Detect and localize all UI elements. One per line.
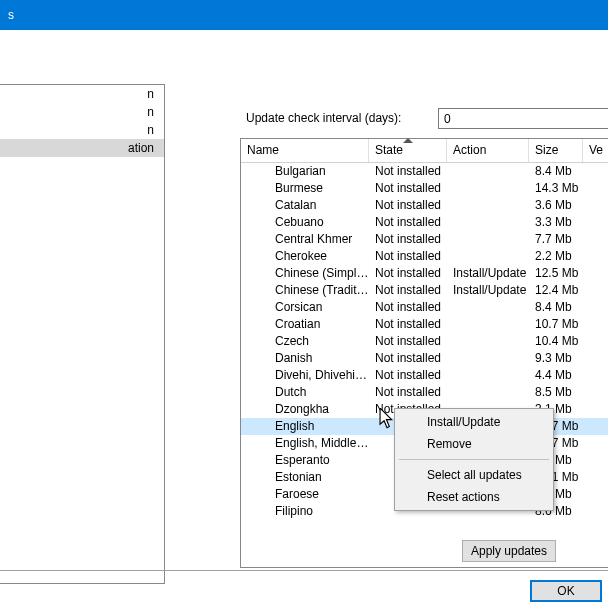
cell-ver	[583, 197, 608, 214]
cell-name: Burmese	[241, 180, 369, 197]
menu-item[interactable]: Install/Update	[397, 411, 551, 433]
cell-action	[447, 367, 529, 384]
column-header-size[interactable]: Size	[529, 139, 583, 162]
cell-name: Catalan	[241, 197, 369, 214]
cell-name: Croatian	[241, 316, 369, 333]
cell-state: Not installed	[369, 367, 447, 384]
table-row[interactable]: BurmeseNot installed14.3 Mb	[241, 180, 608, 197]
cell-ver	[583, 214, 608, 231]
cell-state: Not installed	[369, 350, 447, 367]
cell-name: Danish	[241, 350, 369, 367]
column-header-version[interactable]: Ve	[583, 139, 608, 162]
cell-size: 12.4 Mb	[529, 282, 583, 299]
column-header-name[interactable]: Name	[241, 139, 369, 162]
sidebar-item[interactable]: n	[0, 121, 164, 139]
cell-name: Estonian	[241, 469, 369, 486]
cell-state: Not installed	[369, 248, 447, 265]
cell-size: 2.2 Mb	[529, 248, 583, 265]
cell-state: Not installed	[369, 163, 447, 180]
cell-name: Dutch	[241, 384, 369, 401]
bottom-separator	[0, 570, 608, 571]
cell-action	[447, 299, 529, 316]
table-row[interactable]: CherokeeNot installed2.2 Mb	[241, 248, 608, 265]
cell-ver	[583, 350, 608, 367]
cell-ver	[583, 180, 608, 197]
menu-item[interactable]: Reset actions	[397, 486, 551, 508]
cell-size: 12.5 Mb	[529, 265, 583, 282]
cell-action	[447, 163, 529, 180]
cell-action	[447, 248, 529, 265]
cell-state: Not installed	[369, 316, 447, 333]
cell-ver	[583, 163, 608, 180]
cell-size: 4.4 Mb	[529, 367, 583, 384]
cell-size: 10.7 Mb	[529, 316, 583, 333]
table-row[interactable]: DutchNot installed8.5 Mb	[241, 384, 608, 401]
table-row[interactable]: BulgarianNot installed8.4 Mb	[241, 163, 608, 180]
cell-size: 3.3 Mb	[529, 214, 583, 231]
cell-name: English, Middle (11...	[241, 435, 369, 452]
cell-ver	[583, 418, 608, 435]
table-row[interactable]: CzechNot installed10.4 Mb	[241, 333, 608, 350]
cell-action	[447, 316, 529, 333]
table-row[interactable]: CebuanoNot installed3.3 Mb	[241, 214, 608, 231]
cell-size: 3.6 Mb	[529, 197, 583, 214]
cell-name: Czech	[241, 333, 369, 350]
table-row[interactable]: CroatianNot installed10.7 Mb	[241, 316, 608, 333]
cell-action	[447, 197, 529, 214]
table-row[interactable]: Chinese (Simplified)Not installedInstall…	[241, 265, 608, 282]
menu-item[interactable]: Select all updates	[397, 464, 551, 486]
cell-ver	[583, 435, 608, 452]
cell-name: Central Khmer	[241, 231, 369, 248]
cell-ver	[583, 333, 608, 350]
cell-action	[447, 384, 529, 401]
category-list[interactable]: nnnation	[0, 84, 165, 584]
cell-ver	[583, 299, 608, 316]
cell-ver	[583, 401, 608, 418]
table-row[interactable]: CorsicanNot installed8.4 Mb	[241, 299, 608, 316]
cell-ver	[583, 231, 608, 248]
cell-ver	[583, 265, 608, 282]
cell-state: Not installed	[369, 197, 447, 214]
cell-name: Divehi, Dhivehi, M...	[241, 367, 369, 384]
cell-name: Faroese	[241, 486, 369, 503]
cell-name: Esperanto	[241, 452, 369, 469]
cell-size: 8.4 Mb	[529, 163, 583, 180]
cell-name: Bulgarian	[241, 163, 369, 180]
table-row[interactable]: Divehi, Dhivehi, M...Not installed4.4 Mb	[241, 367, 608, 384]
sidebar-item[interactable]: n	[0, 103, 164, 121]
cell-state: Not installed	[369, 231, 447, 248]
sidebar-item[interactable]: n	[0, 85, 164, 103]
cell-state: Not installed	[369, 214, 447, 231]
menu-item[interactable]: Remove	[397, 433, 551, 455]
cell-state: Not installed	[369, 299, 447, 316]
column-header-state[interactable]: State	[369, 139, 447, 162]
cell-size: 10.4 Mb	[529, 333, 583, 350]
cell-state: Not installed	[369, 384, 447, 401]
sidebar-item[interactable]: ation	[0, 139, 164, 157]
update-interval-input[interactable]	[438, 108, 608, 129]
table-row[interactable]: Chinese (Traditional)Not installedInstal…	[241, 282, 608, 299]
cell-size: 7.7 Mb	[529, 231, 583, 248]
table-row[interactable]: DanishNot installed9.3 Mb	[241, 350, 608, 367]
cell-state: Not installed	[369, 282, 447, 299]
window-title: s	[8, 8, 14, 22]
menu-separator	[399, 459, 549, 460]
table-row[interactable]: Central KhmerNot installed7.7 Mb	[241, 231, 608, 248]
cell-action	[447, 180, 529, 197]
cell-name: Filipino	[241, 503, 369, 520]
cell-name: Cherokee	[241, 248, 369, 265]
ok-button[interactable]: OK	[530, 580, 602, 602]
update-interval-label: Update check interval (days):	[246, 108, 401, 125]
cell-ver	[583, 248, 608, 265]
context-menu[interactable]: Install/UpdateRemoveSelect all updatesRe…	[394, 408, 554, 511]
apply-updates-button[interactable]: Apply updates	[462, 540, 556, 562]
table-row[interactable]: CatalanNot installed3.6 Mb	[241, 197, 608, 214]
cell-ver	[583, 316, 608, 333]
cell-name: Cebuano	[241, 214, 369, 231]
cell-size: 9.3 Mb	[529, 350, 583, 367]
cell-state: Not installed	[369, 333, 447, 350]
column-header-action[interactable]: Action	[447, 139, 529, 162]
cell-ver	[583, 452, 608, 469]
cell-action: Install/Update	[447, 282, 529, 299]
cell-action: Install/Update	[447, 265, 529, 282]
